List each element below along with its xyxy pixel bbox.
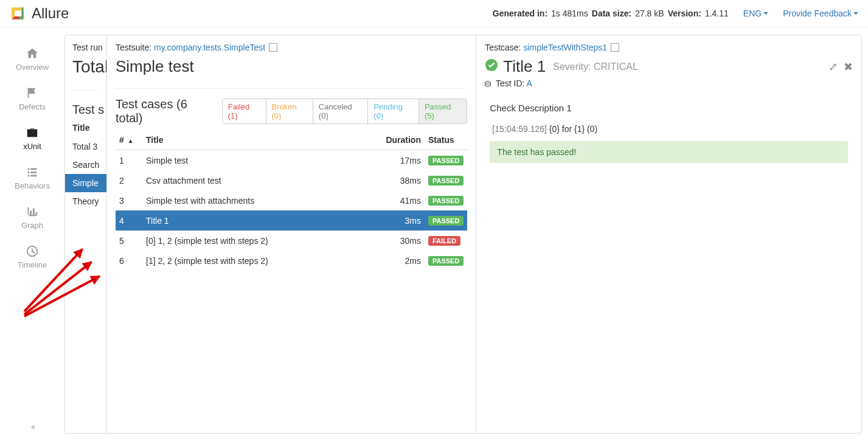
col-header-num-label: #	[119, 135, 124, 145]
col1-header-title: Title	[72, 117, 99, 137]
status-filter-pills: Failed (1) Broken (0) Canceled (0) Pendi…	[222, 99, 468, 124]
cell-num: 3	[116, 190, 142, 210]
cell-duration: 41ms	[376, 190, 425, 210]
severity-value: CRITICAL	[594, 61, 638, 72]
close-icon[interactable]: ✖	[844, 60, 853, 74]
pass-banner: The test has passed!	[490, 141, 848, 163]
crumb-label: Testsuite:	[116, 43, 151, 52]
description-block: Check Description 1 [15:04:59.126] {0} f…	[485, 103, 853, 163]
severity: Severity: CRITICAL	[553, 61, 638, 72]
check-circle-icon	[485, 58, 498, 75]
col-header-num[interactable]: #▲	[116, 130, 142, 150]
copy-icon[interactable]	[270, 44, 277, 52]
col1-title: Total	[72, 57, 99, 77]
crumb-label: Testcase:	[485, 43, 521, 52]
sidenav-label: Behaviors	[15, 181, 50, 190]
layout: Overview Defects xUnit Behaviors Graph T…	[0, 27, 868, 441]
step-text: {0} for {1} (0)	[549, 124, 597, 134]
brand-title: Allure	[32, 5, 69, 22]
testsuites-panel: Test run Total Test s Title Total 3 Sear…	[64, 35, 107, 434]
testcase-row[interactable]: 5[0] 1, 2 (simple test with steps 2)30ms…	[116, 231, 467, 251]
cell-num: 5	[116, 231, 142, 251]
cell-num: 4	[116, 210, 142, 231]
main-content: Test run Total Test s Title Total 3 Sear…	[64, 27, 868, 441]
expand-icon[interactable]: ⤢	[828, 60, 838, 74]
testcases-table: #▲ Title Duration Status 1Simple test17m…	[116, 130, 467, 271]
divider	[72, 90, 99, 91]
detail-header: Title 1 Severity: CRITICAL ⤢ ✖	[485, 57, 853, 76]
testcase-title: Title 1	[503, 57, 546, 76]
version-label: Version:	[668, 9, 701, 18]
filter-failed[interactable]: Failed (1)	[223, 99, 266, 123]
cell-title: [0] 1, 2 (simple test with steps 2)	[142, 231, 376, 251]
cell-status: PASSED	[425, 251, 467, 271]
step-time: [15:04:59.126]	[492, 124, 547, 134]
col-header-duration[interactable]: Duration	[376, 130, 425, 150]
cell-status: PASSED	[425, 190, 467, 210]
sidenav-label: Timeline	[18, 260, 47, 269]
cell-title: Simple test	[142, 150, 376, 171]
collapse-sidebar-button[interactable]: «	[31, 423, 33, 431]
crumb-link[interactable]: my.company.tests.SimpleTest	[154, 43, 265, 52]
step-line[interactable]: [15:04:59.126] {0} for {1} (0)	[490, 122, 848, 136]
filter-canceled[interactable]: Canceled (0)	[313, 99, 369, 123]
filter-pending[interactable]: Pending (0)	[368, 99, 419, 123]
testid-label: Test ID:	[496, 78, 524, 88]
testid-line: Test ID: A	[485, 78, 853, 88]
sidenav-item-xunit[interactable]: xUnit	[0, 119, 64, 158]
suite-row-selected[interactable]: Simple	[65, 174, 106, 192]
suite-row[interactable]: Search	[72, 156, 99, 174]
caret-down-icon	[763, 12, 768, 15]
copy-icon[interactable]	[612, 44, 619, 52]
testcase-row[interactable]: 4Title 13msPASSED	[116, 210, 467, 231]
status-badge: PASSED	[428, 196, 464, 206]
sidenav-item-graph[interactable]: Graph	[0, 198, 64, 237]
language-label: ENG	[743, 9, 762, 18]
cell-num: 6	[116, 251, 142, 271]
crumb-link[interactable]: simpleTestWithSteps1	[523, 43, 607, 52]
sidenav-item-timeline[interactable]: Timeline	[0, 237, 64, 277]
clock-icon	[24, 245, 41, 258]
suite-row[interactable]: Theory	[72, 192, 99, 210]
col-header-title[interactable]: Title	[142, 130, 376, 150]
testcase-breadcrumb: Testcase: simpleTestWithSteps1	[485, 43, 853, 52]
topbar-meta: Generated in: 1s 481ms Data size: 27.8 k…	[493, 9, 858, 18]
col1-section-title: Test s	[72, 99, 99, 117]
suite-row[interactable]: Total 3	[72, 137, 99, 156]
language-dropdown[interactable]: ENG	[743, 9, 768, 18]
cell-duration: 38ms	[376, 170, 425, 190]
divider	[116, 88, 467, 89]
filter-broken[interactable]: Broken (0)	[266, 99, 313, 123]
status-badge: PASSED	[428, 156, 464, 165]
testcase-row[interactable]: 1Simple test17msPASSED	[116, 150, 467, 171]
testcase-detail-panel: Testcase: simpleTestWithSteps1 Title 1 S…	[476, 35, 862, 434]
sidenav-item-behaviors[interactable]: Behaviors	[0, 158, 64, 198]
tests-title: Test cases (6 total)	[116, 97, 215, 125]
testcase-row[interactable]: 6[1] 2, 2 (simple test with steps 2)2msP…	[116, 251, 467, 271]
testsuite-breadcrumb: Testsuite: my.company.tests.SimpleTest	[116, 43, 467, 52]
detail-actions: ⤢ ✖	[828, 60, 853, 74]
allure-logo-icon	[10, 5, 26, 21]
col1-breadcrumb: Test run	[72, 43, 99, 52]
topbar: Allure Generated in: 1s 481ms Data size:…	[0, 0, 868, 27]
testcases-panel: Testsuite: my.company.tests.SimpleTest S…	[107, 35, 476, 434]
sidenav-item-defects[interactable]: Defects	[0, 79, 64, 119]
feedback-dropdown[interactable]: Provide Feedback	[783, 9, 858, 18]
generated-label: Generated in:	[493, 9, 547, 18]
testid-link[interactable]: A	[527, 78, 532, 88]
cell-status: PASSED	[425, 210, 467, 231]
sidenav-label: Graph	[21, 221, 43, 230]
testcase-row[interactable]: 2Csv attachment test38msPASSED	[116, 170, 467, 190]
cell-duration: 2ms	[376, 251, 425, 271]
status-badge: PASSED	[428, 216, 464, 226]
cell-duration: 30ms	[376, 231, 425, 251]
testcase-row[interactable]: 3Simple test with attachments41msPASSED	[116, 190, 467, 210]
cell-num: 2	[116, 170, 142, 190]
sidenav-item-overview[interactable]: Overview	[0, 40, 64, 79]
filter-passed[interactable]: Passed (5)	[419, 99, 467, 123]
briefcase-icon	[24, 126, 41, 139]
generated-value: 1s 481ms	[551, 9, 588, 18]
cell-status: PASSED	[425, 170, 467, 190]
logo-wrap: Allure	[10, 5, 69, 22]
col-header-status[interactable]: Status	[425, 130, 467, 150]
